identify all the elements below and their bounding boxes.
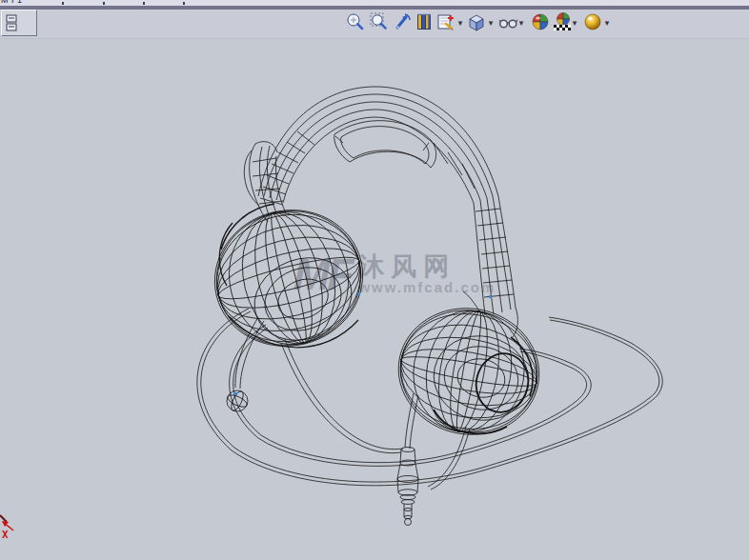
solidworks-window: MT1 bbox=[0, 0, 749, 560]
headset-wireframe-model[interactable] bbox=[0, 0, 749, 560]
triad-x-axis-label: X bbox=[2, 529, 9, 541]
